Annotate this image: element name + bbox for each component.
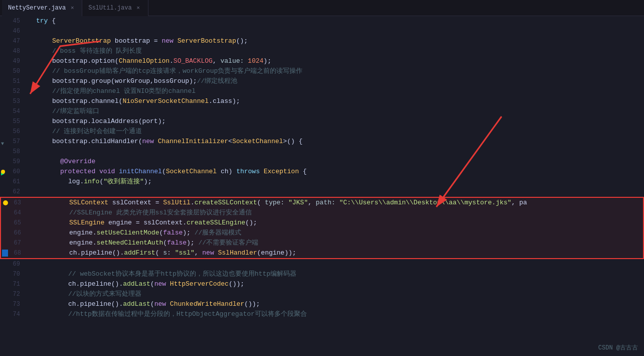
table-row: 74 //http数据在传输过程中是分段的，HttpObjectAggregat… (0, 309, 644, 319)
editor-container: NettyServer.java × SslUtil.java × (0, 0, 644, 356)
line-number: 50 (0, 66, 26, 76)
table-row: 72 //以块的方式来写处理器 (0, 289, 644, 299)
line-content-wrapper: //http数据在传输过程中是分段的，HttpObjectAggregator可… (26, 309, 644, 319)
line-content (26, 147, 644, 157)
line-content: // 连接到达时会创建一个通道 (26, 127, 644, 137)
line-content-wrapper: SSLContext sslContext = SslUtil.createSS… (27, 198, 643, 208)
line-content: //boss 等待连接的 队列长度 (26, 46, 644, 56)
line-number: 51 (0, 76, 26, 86)
line-content-wrapper: bootstrap.localAddress(port); (26, 116, 644, 127)
line-number: 47 (0, 36, 26, 46)
line-number: 49 (0, 56, 26, 66)
line-content: SSLEngine engine = sslContext.createSSLE… (27, 218, 643, 228)
tab-nettyserver-label: NettyServer.java (8, 5, 66, 12)
line-content: //以块的方式来写处理器 (26, 289, 644, 299)
line-content-wrapper: ch.pipeline().addFirst( s: "ssl", new Ss… (27, 248, 643, 258)
line-number: 54 (0, 106, 26, 116)
line-content-wrapper: //以块的方式来写处理器 (26, 289, 644, 299)
line-number: 55 (0, 116, 26, 127)
line-number: 62 (0, 187, 26, 197)
table-row: 58 (0, 147, 644, 157)
tab-bar: NettyServer.java × SslUtil.java × (0, 0, 644, 16)
line-content: ch.pipeline().addFirst( s: "ssl", new Ss… (27, 248, 643, 258)
line-content-wrapper (26, 259, 644, 269)
tab-nettyserver-close[interactable]: × (69, 5, 76, 12)
line-number: 72 (0, 289, 26, 299)
line-content: //指定使用的channel 设置NIO类型的channel (26, 86, 644, 96)
table-row: 65 SSLEngine engine = sslContext.createS… (1, 218, 643, 228)
table-row: 62 (0, 187, 644, 197)
line-number: 45 (0, 16, 26, 26)
table-row: 45 try { (0, 16, 644, 26)
line-content-wrapper: ch.pipeline().addLast(new ChunkedWriteHa… (26, 299, 644, 309)
line-content-wrapper: bootstrap.group(workGroup,bossGroup);//绑… (26, 76, 644, 86)
code-area: 45 try { 46 47 (0, 16, 644, 319)
line-number: 61 (0, 177, 26, 187)
line-number: 57 ▼ (0, 137, 26, 147)
table-row: 51 bootstrap.group(workGroup,bossGroup);… (0, 76, 644, 86)
line-content-wrapper: bootstrap.option(ChannelOption.SO_BACKLO… (26, 56, 644, 66)
line-content-wrapper: //boss 等待连接的 队列长度 (26, 46, 644, 56)
line-content: //SSLEngine 此类允许使用ssl安全套接层协议进行安全通信 (27, 208, 643, 218)
line-content: bootstrap.channel(NioServerSocketChannel… (26, 96, 644, 106)
line-content-wrapper: //绑定监听端口 (26, 106, 644, 116)
table-row: 48 //boss 等待连接的 队列长度 (0, 46, 644, 56)
line-content-wrapper: ch.pipeline().addLast(new HttpServerCode… (26, 279, 644, 289)
line-content-wrapper: // bossGroup辅助客户端的tcp连接请求，workGroup负责与客户… (26, 66, 644, 76)
line-number: 74 (0, 309, 26, 319)
line-content-wrapper: //指定使用的channel 设置NIO类型的channel (26, 86, 644, 96)
line-content: @Override (26, 157, 644, 167)
line-number: 60 ▶ (0, 167, 26, 177)
line-content-wrapper: @Override (26, 157, 644, 167)
line-number: 59 (0, 157, 26, 167)
line-content-wrapper: engine.setNeedClientAuth(false); //不需要验证… (27, 238, 643, 248)
table-row: 52 //指定使用的channel 设置NIO类型的channel (0, 86, 644, 96)
table-row: 57 ▼ bootstrap.childHandler(new ChannelI… (0, 137, 644, 147)
table-row: 68 ch.pipeline().addFirst( s: "ssl", new… (1, 248, 643, 258)
line-number: 67 (1, 238, 27, 248)
table-row: 60 ▶ protected void initChannel(SocketCh… (0, 167, 644, 177)
highlighted-block: 63 SSLContext sslContext = SslUtil.creat… (0, 197, 644, 259)
code-lines: 45 try { 46 47 (0, 16, 644, 319)
line-number: 53 (0, 96, 26, 106)
table-row: 55 bootstrap.localAddress(port); (0, 116, 644, 127)
tab-sslutil-close[interactable]: × (135, 5, 142, 12)
line-number: 64 (1, 208, 27, 218)
tab-sslutil-label: SslUtil.java (88, 5, 131, 12)
tab-nettyserver[interactable]: NettyServer.java × (2, 0, 82, 16)
code-editor-main: 45 try { 46 47 (0, 16, 644, 356)
line-content-wrapper (26, 26, 644, 36)
line-content: ch.pipeline().addLast(new HttpServerCode… (26, 279, 644, 289)
line-content: protected void initChannel(SocketChannel… (26, 167, 644, 177)
line-content: bootstrap.group(workGroup,bossGroup);//绑… (26, 76, 644, 86)
line-content-wrapper: protected void initChannel(SocketChannel… (26, 167, 644, 177)
line-content-wrapper: //SSLEngine 此类允许使用ssl安全套接层协议进行安全通信 (27, 208, 643, 218)
table-row: 56 // 连接到达时会创建一个通道 (0, 127, 644, 137)
code-scroll[interactable]: 45 try { 46 47 (0, 16, 644, 319)
line-content: try { (26, 16, 644, 26)
table-row: 71 ch.pipeline().addLast(new HttpServerC… (0, 279, 644, 289)
line-content: // webSocket协议本身是基于http协议的，所以这边也要使用http编… (26, 269, 644, 279)
table-row: 54 //绑定监听端口 (0, 106, 644, 116)
line-content-wrapper: bootstrap.channel(NioServerSocketChannel… (26, 96, 644, 106)
tab-sslutil[interactable]: SslUtil.java × (82, 0, 148, 16)
line-content-wrapper: engine.setUseClientMode(false); //服务器端模式 (27, 228, 643, 238)
line-content: log.info("收到新连接"); (26, 177, 644, 187)
line-content: ServerBootstrap bootstrap = new ServerBo… (26, 36, 644, 46)
line-number: 52 (0, 86, 26, 96)
table-row: 59 @Override (0, 157, 644, 167)
table-row: 53 bootstrap.channel(NioServerSocketChan… (0, 96, 644, 106)
line-content-wrapper (26, 147, 644, 157)
line-content: engine.setUseClientMode(false); //服务器端模式 (27, 228, 643, 238)
line-content: bootstrap.option(ChannelOption.SO_BACKLO… (26, 56, 644, 66)
table-row: 61 log.info("收到新连接"); (0, 177, 644, 187)
table-row: 46 (0, 26, 644, 36)
line-content-wrapper: SSLEngine engine = sslContext.createSSLE… (27, 218, 643, 228)
line-number: 58 (0, 147, 26, 157)
line-content (26, 187, 644, 197)
csdn-watermark: CSDN @古古古 (598, 343, 638, 352)
line-content: engine.setNeedClientAuth(false); //不需要验证… (27, 238, 643, 248)
line-number: 73 (0, 299, 26, 309)
line-content: bootstrap.childHandler(new ChannelInitia… (26, 137, 644, 147)
line-content-wrapper: bootstrap.childHandler(new ChannelInitia… (26, 137, 644, 147)
